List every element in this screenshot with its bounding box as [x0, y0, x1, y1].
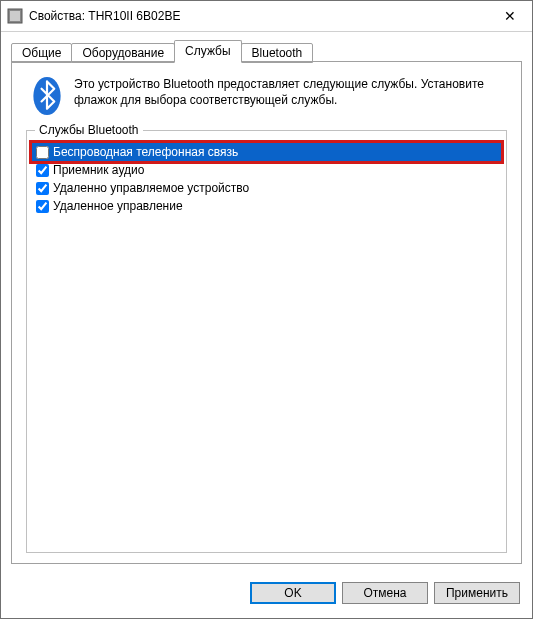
service-item[interactable]: Удаленное управление — [32, 197, 501, 215]
window-title: Свойства: THR10II 6B02BE — [29, 9, 487, 23]
close-icon: ✕ — [504, 8, 516, 24]
services-groupbox: Службы Bluetooth Беспроводная телефонная… — [26, 130, 507, 553]
service-checkbox[interactable] — [36, 200, 49, 213]
button-label: OK — [284, 586, 301, 600]
tab-content-services: Это устройство Bluetooth предоставляет с… — [11, 62, 522, 564]
tab-general[interactable]: Общие — [11, 43, 72, 63]
titlebar: Свойства: THR10II 6B02BE ✕ — [1, 1, 532, 32]
intro-text: Это устройство Bluetooth предоставляет с… — [68, 76, 507, 108]
button-label: Отмена — [363, 586, 406, 600]
tab-hardware[interactable]: Оборудование — [71, 43, 175, 63]
service-item[interactable]: Приемник аудио — [32, 161, 501, 179]
tab-label: Bluetooth — [252, 46, 303, 60]
groupbox-legend: Службы Bluetooth — [35, 123, 143, 137]
tab-label: Службы — [185, 44, 230, 58]
window-icon — [7, 8, 23, 24]
bluetooth-icon — [26, 76, 68, 116]
tab-bluetooth[interactable]: Bluetooth — [241, 43, 314, 63]
ok-button[interactable]: OK — [250, 582, 336, 604]
service-label: Беспроводная телефонная связь — [53, 144, 238, 160]
service-label: Удаленно управляемое устройство — [53, 180, 249, 196]
cancel-button[interactable]: Отмена — [342, 582, 428, 604]
close-button[interactable]: ✕ — [487, 1, 532, 31]
button-bar: OK Отмена Применить — [1, 574, 532, 618]
button-label: Применить — [446, 586, 508, 600]
service-checkbox[interactable] — [36, 164, 49, 177]
svg-rect-1 — [10, 11, 20, 21]
service-label: Приемник аудио — [53, 162, 144, 178]
apply-button[interactable]: Применить — [434, 582, 520, 604]
service-item[interactable]: Беспроводная телефонная связь — [32, 143, 501, 161]
intro-row: Это устройство Bluetooth предоставляет с… — [26, 76, 507, 116]
service-item[interactable]: Удаленно управляемое устройство — [32, 179, 501, 197]
tab-label: Оборудование — [82, 46, 164, 60]
tab-label: Общие — [22, 46, 61, 60]
service-label: Удаленное управление — [53, 198, 183, 214]
service-list: Беспроводная телефонная связь Приемник а… — [32, 143, 501, 215]
properties-dialog: Свойства: THR10II 6B02BE ✕ Общие Оборудо… — [0, 0, 533, 619]
tab-services[interactable]: Службы — [174, 40, 241, 63]
tab-strip: Общие Оборудование Службы Bluetooth — [1, 32, 532, 62]
service-checkbox[interactable] — [36, 182, 49, 195]
service-checkbox[interactable] — [36, 146, 49, 159]
